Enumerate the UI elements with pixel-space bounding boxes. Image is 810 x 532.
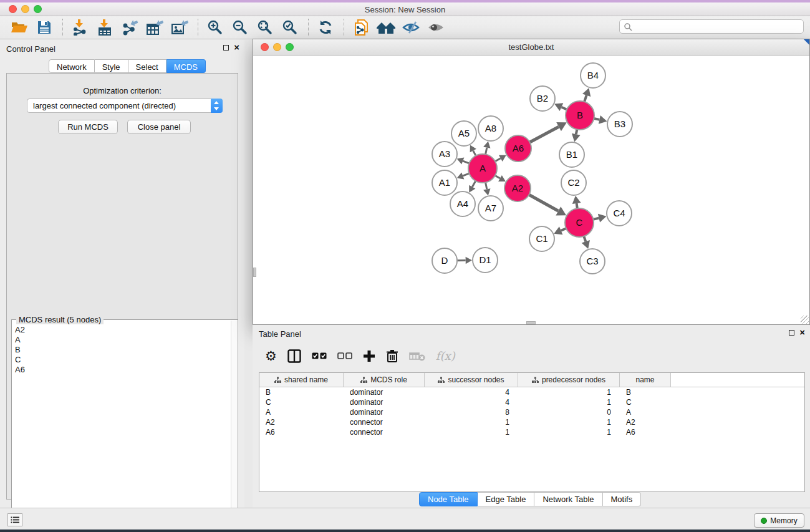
zoom-in-icon[interactable] — [205, 19, 226, 36]
network-canvas[interactable]: B4B2BB3A5A8A6A3B1AA1C2A2A4A7C4CC1C3DD1 — [254, 56, 809, 324]
tab-motifs[interactable]: Motifs — [603, 492, 642, 506]
graph-node-A3[interactable]: A3 — [432, 142, 457, 167]
zoom-fit-icon[interactable] — [254, 19, 276, 36]
graph-node-C3[interactable]: C3 — [580, 249, 605, 274]
export-table-icon[interactable] — [144, 19, 165, 36]
function-builder-icon[interactable]: f(x) — [436, 349, 455, 362]
zoom-selected-icon[interactable] — [279, 19, 301, 36]
column-view-icon[interactable] — [287, 349, 301, 363]
table-cell: B — [620, 387, 671, 397]
hide-eye-icon[interactable] — [400, 19, 422, 36]
node-table: shared nameMCDS rolesuccessor nodesprede… — [259, 372, 805, 492]
close-panel-icon[interactable]: × — [234, 44, 239, 51]
table-row[interactable]: Cdominator41C — [259, 397, 804, 407]
table-cell: A2 — [259, 417, 344, 427]
zoom-out-icon[interactable] — [229, 19, 251, 36]
edge-arrowhead — [599, 115, 607, 124]
refresh-icon[interactable] — [315, 19, 336, 36]
table-cell: 8 — [425, 407, 518, 417]
home-icon[interactable] — [375, 19, 397, 36]
float-panel-icon[interactable] — [223, 45, 229, 51]
graph-node-C[interactable]: C — [565, 208, 594, 237]
node-label: A1 — [439, 177, 450, 188]
close-table-panel-icon[interactable]: × — [799, 329, 805, 336]
tab-node-table[interactable]: Node Table — [419, 492, 478, 506]
optimization-criterion-select[interactable]: largest connected component (directed) — [27, 99, 223, 113]
graph-node-B2[interactable]: B2 — [530, 86, 555, 111]
result-item[interactable]: C — [13, 355, 230, 365]
maximize-corner-icon[interactable] — [804, 39, 809, 45]
column-header-shared-name[interactable]: shared name — [259, 373, 344, 387]
network-window-titlebar[interactable]: testGlobe.txt — [253, 39, 809, 56]
node-label: B3 — [614, 118, 625, 129]
run-mcds-button[interactable]: Run MCDS — [58, 120, 118, 134]
result-item[interactable]: A — [13, 335, 230, 345]
close-panel-button[interactable]: Close panel — [127, 120, 191, 134]
show-eye-icon[interactable] — [425, 19, 446, 36]
save-session-icon[interactable] — [34, 19, 55, 36]
graph-node-B3[interactable]: B3 — [607, 112, 632, 137]
search-field[interactable] — [619, 19, 804, 34]
vertical-scroll-thumb[interactable] — [253, 268, 256, 277]
table-row[interactable]: Bdominator41B — [259, 387, 804, 397]
column-header-name[interactable]: name — [620, 373, 671, 387]
column-header-mcds-role[interactable]: MCDS role — [344, 373, 425, 387]
table-cell: dominator — [344, 387, 425, 397]
tab-select[interactable]: Select — [128, 59, 166, 73]
graph-node-D1[interactable]: D1 — [473, 248, 498, 273]
graph-node-C4[interactable]: C4 — [607, 201, 632, 226]
graph-node-B1[interactable]: B1 — [559, 142, 584, 167]
table-cell: dominator — [344, 407, 425, 417]
graph-node-A5[interactable]: A5 — [451, 121, 476, 146]
graph-node-B[interactable]: B — [566, 101, 594, 130]
graph-node-A7[interactable]: A7 — [478, 196, 503, 221]
tab-edge-table[interactable]: Edge Table — [478, 492, 535, 506]
table-row[interactable]: Adominator80A — [259, 407, 804, 417]
table-row[interactable]: A2connector11A2 — [259, 417, 804, 427]
graph-node-C1[interactable]: C1 — [529, 226, 554, 251]
task-history-button[interactable] — [7, 513, 22, 526]
import-table-icon[interactable] — [94, 19, 115, 36]
tab-style[interactable]: Style — [95, 59, 128, 73]
horizontal-scroll-thumb[interactable] — [526, 321, 536, 324]
search-input[interactable] — [632, 22, 803, 31]
unselect-all-columns-icon[interactable] — [337, 352, 352, 360]
mcds-panel: Optimization criterion: largest connecte… — [6, 73, 238, 500]
result-scrollbar[interactable] — [231, 321, 237, 528]
column-header-successor-nodes[interactable]: successor nodes — [425, 373, 518, 387]
delete-table-icon[interactable] — [409, 351, 425, 361]
graph-node-A8[interactable]: A8 — [478, 116, 503, 141]
result-item[interactable]: B — [13, 345, 230, 355]
select-all-columns-icon[interactable] — [312, 352, 327, 360]
graph-node-A4[interactable]: A4 — [450, 191, 475, 216]
export-image-icon[interactable] — [169, 19, 190, 36]
delete-column-icon[interactable] — [386, 349, 398, 363]
settings-gear-icon[interactable]: ⚙ — [265, 350, 277, 362]
toolbar-separator — [308, 19, 309, 36]
column-header-predecessor-nodes[interactable]: predecessor nodes — [518, 373, 620, 387]
result-item[interactable]: A2 — [13, 325, 230, 335]
graph-node-A1[interactable]: A1 — [432, 170, 457, 195]
export-network-icon[interactable] — [119, 19, 140, 36]
node-label: A3 — [439, 148, 450, 159]
tab-network-table[interactable]: Network Table — [534, 492, 602, 506]
table-row[interactable]: A6connector11A6 — [259, 427, 804, 437]
tab-mcds[interactable]: MCDS — [166, 59, 206, 73]
graph-node-A2[interactable]: A2 — [504, 175, 531, 201]
memory-button[interactable]: Memory — [754, 513, 804, 528]
graph-node-A[interactable]: A — [468, 154, 497, 183]
graph-node-D[interactable]: D — [432, 248, 457, 273]
resize-grip[interactable] — [801, 316, 809, 324]
edge-arrowhead — [598, 214, 607, 223]
float-table-panel-icon[interactable] — [789, 330, 794, 336]
import-network-icon[interactable] — [69, 19, 90, 36]
add-column-icon[interactable] — [363, 350, 375, 362]
result-item[interactable]: A6 — [13, 365, 230, 375]
graph-node-B4[interactable]: B4 — [581, 63, 605, 88]
graph-node-A6[interactable]: A6 — [505, 135, 531, 162]
tab-network[interactable]: Network — [49, 59, 95, 73]
table-cell: 1 — [425, 417, 518, 427]
open-session-icon[interactable] — [9, 19, 30, 36]
clone-network-icon[interactable] — [350, 19, 372, 36]
graph-node-C2[interactable]: C2 — [561, 170, 586, 195]
